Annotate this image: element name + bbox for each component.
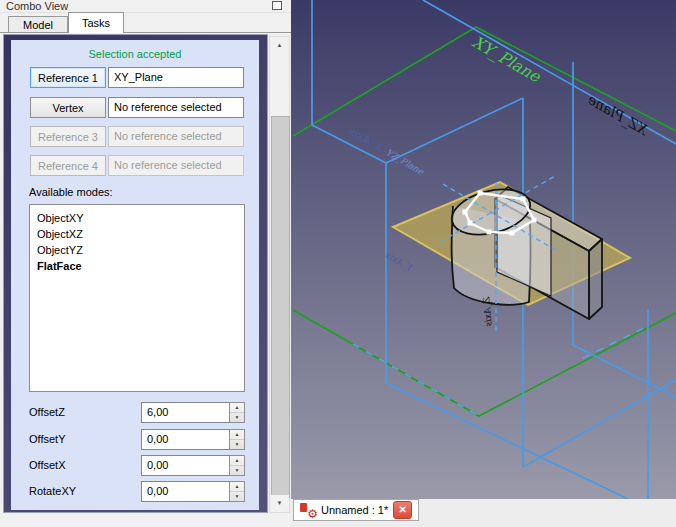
mode-item-objectxz[interactable]: ObjectXZ (30, 226, 244, 242)
spin-down-icon[interactable]: ▼ (230, 413, 244, 422)
freecad-document-icon: ⚙ (300, 502, 316, 518)
offsetx-spinner[interactable]: ▲▼ (229, 455, 245, 476)
spin-up-icon[interactable]: ▲ (230, 482, 244, 492)
document-tab-label: Unnamed : 1* (321, 504, 388, 516)
reference-2-field[interactable]: No reference selected (108, 97, 244, 118)
offsety-spinner[interactable]: ▲▼ (229, 429, 245, 450)
rotatexy-label: RotateXY (29, 481, 76, 502)
mdi-tab-bar: ⚙ Unnamed : 1* ✕ (291, 499, 676, 527)
attachment-task-box: Selection accepted Reference 1 XY_Plane … (11, 40, 259, 510)
panel-title: Combo View (6, 0, 68, 12)
offsetz-label: OffsetZ (29, 402, 65, 423)
task-dialog-frame: Selection accepted Reference 1 XY_Plane … (3, 34, 268, 513)
scroll-down-icon[interactable]: ▼ (270, 495, 289, 512)
offsety-field[interactable]: 0,00 (141, 429, 229, 450)
offsetz-spinner[interactable]: ▲▼ (229, 402, 245, 423)
mode-item-objectxy[interactable]: ObjectXY (30, 210, 244, 226)
vertex-button[interactable]: Vertex (30, 97, 106, 118)
freecad-flag-icon (300, 503, 307, 512)
tab-model[interactable]: Model (8, 16, 68, 33)
reference-4-button: Reference 4 (30, 155, 106, 176)
spin-down-icon[interactable]: ▼ (230, 466, 244, 475)
rotatexy-spinner[interactable]: ▲▼ (229, 481, 245, 502)
available-modes-label: Available modes: (29, 186, 113, 198)
combo-view-panel: Combo View Model Tasks Selection accepte… (0, 0, 291, 527)
document-close-button[interactable]: ✕ (393, 501, 412, 519)
mode-item-flatface[interactable]: FlatFace (30, 258, 244, 274)
spin-down-icon[interactable]: ▼ (230, 440, 244, 449)
freecad-window: Combo View Model Tasks Selection accepte… (0, 0, 676, 527)
float-panel-icon[interactable] (272, 1, 282, 10)
reference-3-field: No reference selected (108, 126, 244, 147)
tasks-scrollbar[interactable]: ▲ ▼ (269, 36, 290, 513)
offsetx-field[interactable]: 0,00 (141, 455, 229, 476)
attachment-modes-list[interactable]: ObjectXY ObjectXZ ObjectYZ FlatFace (29, 204, 245, 392)
freecad-gear-icon: ⚙ (307, 507, 318, 521)
spin-up-icon[interactable]: ▲ (230, 456, 244, 466)
tab-tasks[interactable]: Tasks (68, 12, 124, 33)
status-message: Selection accepted (11, 48, 259, 60)
mode-item-objectyz[interactable]: ObjectYZ (30, 242, 244, 258)
document-tab[interactable]: ⚙ Unnamed : 1* ✕ (293, 499, 419, 521)
offsetx-label: OffsetX (29, 455, 65, 476)
3d-viewport[interactable]: XY_Plane XZ_Plane YZ_Plane X_Axis Y_Axis… (291, 0, 676, 499)
scroll-up-icon[interactable]: ▲ (270, 37, 289, 54)
tasks-pane: Selection accepted Reference 1 XY_Plane … (0, 32, 291, 514)
rotatexy-field[interactable]: 0,00 (141, 481, 229, 502)
reference-1-button[interactable]: Reference 1 (30, 67, 106, 88)
offsetz-field[interactable]: 6,00 (141, 402, 229, 423)
reference-1-field[interactable]: XY_Plane (108, 67, 244, 88)
reference-4-field: No reference selected (108, 155, 244, 176)
spin-down-icon[interactable]: ▼ (230, 492, 244, 501)
panel-title-bar: Combo View (0, 0, 291, 13)
offsety-label: OffsetY (29, 429, 65, 450)
spin-up-icon[interactable]: ▲ (230, 403, 244, 413)
spin-up-icon[interactable]: ▲ (230, 430, 244, 440)
scrollbar-thumb[interactable] (271, 116, 290, 498)
reference-3-button: Reference 3 (30, 126, 106, 147)
